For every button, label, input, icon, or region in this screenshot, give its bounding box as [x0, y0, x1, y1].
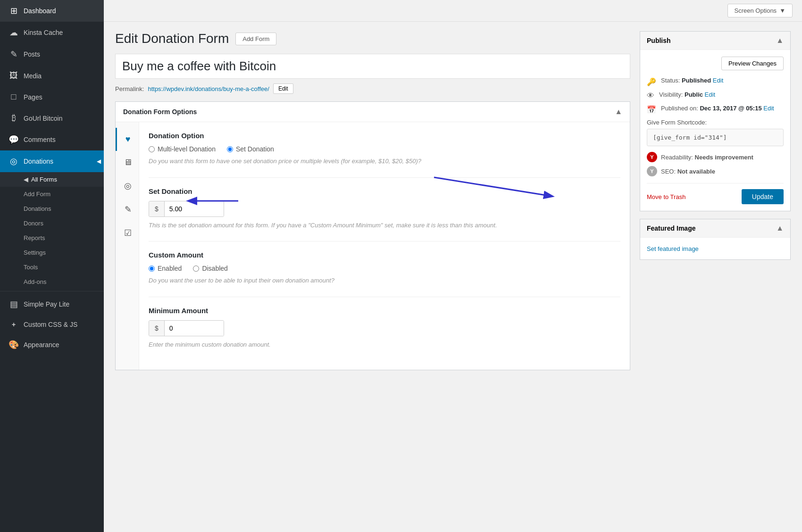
publish-actions: Move to Trash Update: [647, 183, 784, 204]
shortcode-section: Give Form Shortcode: [give_form id="314"…: [647, 119, 784, 146]
radio-multi-level[interactable]: Multi-level Donation: [149, 145, 216, 153]
donations-icon: ◎: [8, 156, 19, 166]
tab-icon-target[interactable]: ◎: [116, 174, 139, 198]
sidebar-item-label: Media: [24, 72, 42, 80]
seo-value: Not available: [677, 168, 715, 175]
status-value: Published: [682, 77, 711, 84]
radio-disabled-input[interactable]: [193, 266, 199, 272]
shortcode-value: [give_form id="314"]: [647, 129, 784, 146]
custom-amount-desc: Do you want the user to be able to input…: [149, 276, 620, 285]
sidebar-item-appearance[interactable]: 🎨 Appearance: [0, 334, 104, 356]
tab-icon-heart[interactable]: ♥: [116, 128, 139, 151]
right-column: Publish ▲ Preview Changes 🔑 Status: Publ…: [640, 31, 791, 267]
sidebar-item-label: Appearance: [24, 341, 59, 349]
minimum-desc: Enter the minimum custom donation amount…: [149, 340, 620, 349]
currency-prefix: $: [149, 201, 165, 216]
gourl-icon: ₿: [8, 113, 19, 123]
pages-icon: □: [8, 92, 19, 102]
publish-panel-header: Publish ▲: [640, 32, 790, 50]
set-donation-input-wrap: $: [149, 201, 224, 217]
shortcode-label: Give Form Shortcode:: [647, 119, 784, 126]
publish-panel-toggle[interactable]: ▲: [776, 36, 784, 45]
sidebar-subitem-donations[interactable]: Donations: [0, 201, 104, 216]
sidebar-subitem-tools[interactable]: Tools: [0, 260, 104, 274]
form-title-input[interactable]: [115, 54, 630, 79]
status-text: Status: Published Edit: [661, 77, 723, 84]
sidebar-item-custom-css[interactable]: + Custom CSS & JS: [0, 315, 104, 334]
page-content: Edit Donation Form Add Form Permalink: h…: [104, 22, 802, 387]
screen-options-button[interactable]: Screen Options ▼: [727, 4, 793, 17]
custom-amount-group: Custom Amount Enabled Disabled: [149, 251, 620, 285]
sidebar-subitem-donors[interactable]: Donors: [0, 216, 104, 231]
topbar: Screen Options ▼: [104, 0, 802, 22]
sidebar-item-posts[interactable]: ✎ Posts: [0, 43, 104, 65]
page-title-area: Edit Donation Form Add Form: [115, 31, 630, 46]
form-options-content: Donation Option Multi-level Donation Set…: [139, 122, 630, 370]
custom-css-icon: +: [8, 321, 19, 328]
set-featured-image-link[interactable]: Set featured image: [647, 245, 699, 252]
sidebar-item-donations[interactable]: ◎ Donations ◀: [0, 150, 104, 172]
chevron-down-icon: ▼: [779, 7, 785, 14]
radio-set-input[interactable]: [227, 146, 233, 152]
donation-form-options-panel: Donation Form Options ▲ ♥ 🖥 ◎ ✎ ☑: [115, 101, 630, 370]
publish-panel-title: Publish: [647, 37, 671, 44]
sidebar-subitem-all-forms[interactable]: ◀ All Forms: [0, 172, 104, 187]
radio-multi-input[interactable]: [149, 146, 155, 152]
permalink-label: Permalink:: [115, 85, 144, 92]
radio-enabled[interactable]: Enabled: [149, 265, 182, 272]
featured-image-panel: Featured Image ▲ Set featured image: [640, 219, 791, 260]
sidebar-item-simple-pay[interactable]: ▤ Simple Pay Lite: [0, 293, 104, 315]
permalink-edit-button[interactable]: Edit: [273, 83, 293, 94]
radio-disabled-label: Disabled: [202, 265, 227, 272]
readability-value: Needs improvement: [695, 154, 753, 161]
active-bullet: ◀: [24, 176, 28, 183]
sidebar-subitem-settings[interactable]: Settings: [0, 245, 104, 260]
status-edit-link[interactable]: Edit: [713, 77, 723, 84]
donation-option-label: Donation Option: [149, 132, 620, 140]
sidebar-subitem-add-form[interactable]: Add Form: [0, 187, 104, 201]
subitem-label: Add-ons: [24, 278, 46, 285]
kinsta-icon: ☁: [8, 27, 19, 38]
sidebar-item-comments[interactable]: 💬 Comments: [0, 129, 104, 150]
sidebar-item-pages[interactable]: □ Pages: [0, 86, 104, 108]
appearance-icon: 🎨: [8, 340, 19, 350]
panel-body: ♥ 🖥 ◎ ✎ ☑ Donation Option: [116, 122, 630, 370]
sidebar-item-kinsta-cache[interactable]: ☁ Kinsta Cache: [0, 22, 104, 43]
left-column: Edit Donation Form Add Form Permalink: h…: [115, 31, 630, 378]
posts-icon: ✎: [8, 49, 19, 59]
preview-changes-button[interactable]: Preview Changes: [721, 57, 784, 70]
sidebar-subitem-reports[interactable]: Reports: [0, 231, 104, 245]
tab-icon-display[interactable]: 🖥: [116, 151, 139, 174]
sidebar-item-dashboard[interactable]: ⊞ Dashboard: [0, 0, 104, 22]
sidebar-subitem-addons[interactable]: Add-ons: [0, 274, 104, 289]
calendar-icon: 📅: [647, 105, 656, 114]
update-button[interactable]: Update: [742, 189, 784, 204]
permalink-url[interactable]: https://wpdev.ink/donations/buy-me-a-cof…: [148, 85, 269, 92]
move-to-trash-link[interactable]: Move to Trash: [647, 193, 685, 200]
donation-option-radios: Multi-level Donation Set Donation: [149, 145, 620, 153]
minimum-amount-input[interactable]: [165, 321, 224, 336]
min-currency-prefix: $: [149, 321, 165, 336]
publish-panel-body: Preview Changes 🔑 Status: Published Edit: [640, 50, 790, 211]
sidebar-item-gourl[interactable]: ₿ GoUrl Bitcoin: [0, 108, 104, 129]
radio-disabled[interactable]: Disabled: [193, 265, 227, 272]
main-area: Screen Options ▼ Edit Donation Form Add …: [104, 0, 802, 532]
tab-icon-edit[interactable]: ✎: [116, 198, 139, 221]
published-text: Published on: Dec 13, 2017 @ 05:15 Edit: [661, 105, 774, 112]
sidebar-item-media[interactable]: 🖼 Media: [0, 65, 104, 86]
featured-image-toggle[interactable]: ▲: [776, 224, 784, 233]
add-form-button[interactable]: Add Form: [235, 33, 276, 45]
radio-enabled-input[interactable]: [149, 266, 155, 272]
sidebar-item-label: GoUrl Bitcoin: [24, 115, 62, 122]
published-edit-link[interactable]: Edit: [763, 105, 774, 112]
tab-icon-check[interactable]: ☑: [116, 221, 139, 245]
set-donation-input[interactable]: [165, 201, 224, 216]
panel-toggle-button[interactable]: ▲: [615, 108, 622, 116]
featured-image-body: Set featured image: [640, 238, 790, 259]
page-title: Edit Donation Form: [115, 31, 229, 46]
visibility-edit-link[interactable]: Edit: [705, 91, 715, 98]
radio-set-donation[interactable]: Set Donation: [227, 145, 274, 153]
comments-icon: 💬: [8, 134, 19, 145]
seo-text: SEO: Not available: [661, 168, 715, 175]
sidebar-item-label: Simple Pay Lite: [24, 300, 69, 308]
